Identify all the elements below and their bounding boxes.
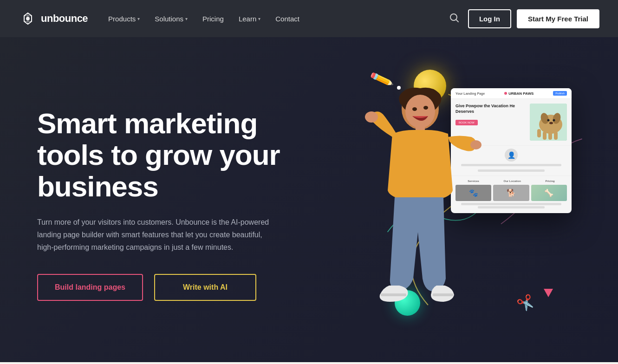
svg-point-21 [547, 119, 550, 122]
svg-rect-25 [548, 131, 552, 140]
svg-point-9 [412, 107, 417, 111]
svg-rect-26 [554, 131, 558, 140]
nav-label-solutions: Solutions [155, 15, 183, 23]
svg-rect-27 [537, 129, 541, 137]
svg-point-13 [470, 140, 481, 150]
hero-buttons: Build landing pages Write with AI [37, 274, 306, 301]
write-with-ai-button[interactable]: Write with AI [154, 274, 256, 301]
footer-label-location: Our Location [504, 180, 521, 182]
nav-right: Log In Start My Free Trial [446, 9, 599, 28]
mockup-thumb-3: 🦴 [531, 185, 567, 201]
mockup-avatar: 👤 [505, 149, 518, 162]
nav-label-contact: Contact [275, 15, 299, 23]
search-icon [449, 13, 459, 22]
svg-point-10 [423, 106, 428, 110]
svg-point-12 [365, 111, 378, 123]
chevron-down-icon: ▾ [185, 16, 188, 21]
svg-rect-15 [433, 293, 453, 296]
scissors-icon: ✂️ [515, 292, 537, 314]
svg-rect-24 [543, 131, 546, 140]
search-button[interactable] [446, 9, 462, 28]
nav-item-products[interactable]: Products ▾ [103, 11, 145, 26]
chevron-down-icon: ▾ [258, 16, 260, 21]
svg-point-1 [26, 17, 30, 20]
mockup-thumb-2: 🐕 [493, 185, 529, 201]
logo-icon [19, 9, 37, 28]
logo[interactable]: unbounce [19, 9, 88, 28]
svg-rect-14 [381, 293, 406, 296]
hero-section: Smart marketing tools to grow your busin… [0, 37, 618, 362]
nav-links: Products ▾ Solutions ▾ Pricing Learn ▾ [103, 11, 305, 26]
hero-person-image [348, 79, 497, 358]
build-landing-pages-button[interactable]: Build landing pages [37, 274, 143, 301]
pink-triangle-icon [544, 289, 553, 297]
footer-label-pricing: Pricing [545, 180, 554, 182]
mockup-brand: URBAN PAWS [504, 91, 533, 96]
svg-point-23 [549, 122, 553, 124]
hero-subtitle: Turn more of your visitors into customer… [37, 216, 279, 254]
nav-item-pricing[interactable]: Pricing [197, 11, 229, 26]
brand-dot [504, 92, 507, 95]
hero-visual: ✏️ 📊 ✂️ [306, 42, 590, 358]
logo-text: unbounce [41, 13, 88, 25]
svg-point-22 [553, 119, 555, 122]
nav-item-contact[interactable]: Contact [270, 11, 305, 26]
nav-item-solutions[interactable]: Solutions ▾ [149, 11, 193, 26]
chevron-down-icon: ▾ [137, 16, 140, 21]
bottom-section [0, 362, 618, 364]
nav-label-products: Products [108, 15, 136, 23]
nav-label-pricing: Pricing [202, 15, 224, 23]
login-button[interactable]: Log In [468, 9, 511, 28]
svg-line-3 [456, 20, 458, 22]
mockup-dog-image [530, 104, 567, 141]
hero-content: Smart marketing tools to grow your busin… [37, 98, 306, 301]
navigation: unbounce Products ▾ Solutions ▾ Pricing [0, 0, 618, 37]
hero-title: Smart marketing tools to grow your busin… [37, 108, 306, 203]
nav-item-learn[interactable]: Learn ▾ [233, 11, 266, 26]
trial-button[interactable]: Start My Free Trial [517, 9, 599, 28]
nav-label-learn: Learn [239, 15, 256, 23]
nav-left: unbounce Products ▾ Solutions ▾ Pricing [19, 9, 305, 28]
svg-point-8 [405, 95, 435, 128]
mockup-publish-btn: Publish [553, 91, 567, 96]
